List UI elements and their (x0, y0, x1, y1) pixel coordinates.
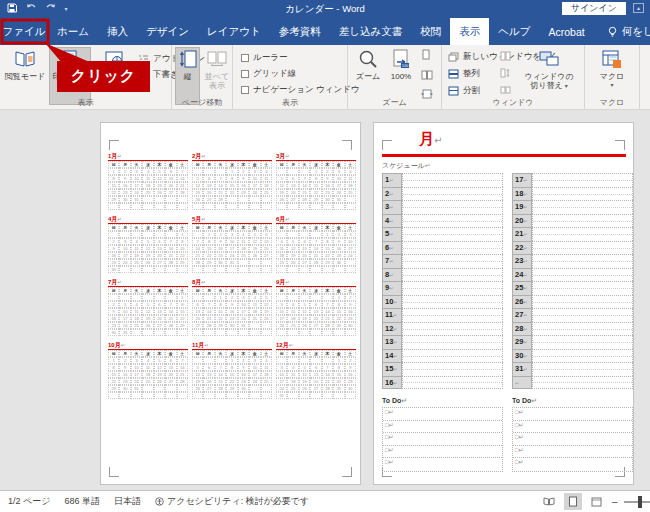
tab-references[interactable]: 参考資料 (270, 18, 330, 45)
multiple-pages-button[interactable] (421, 70, 432, 80)
date-cell: 1 (333, 294, 344, 301)
todo-item-row[interactable]: □↵ (513, 408, 632, 421)
schedule-entry-cell[interactable] (532, 376, 633, 390)
ruler-checkbox[interactable]: ルーラー (241, 52, 287, 64)
document-area[interactable]: 1月↵日月火水木金土123456789101112131415161718192… (0, 110, 650, 490)
schedule-entry-cell[interactable] (532, 254, 633, 268)
reset-window-position-button[interactable] (500, 85, 511, 95)
schedule-entry-cell[interactable] (532, 322, 633, 336)
schedule-entry-cell[interactable] (402, 376, 503, 390)
zoom-out-button[interactable]: − (612, 496, 618, 508)
signin-button[interactable]: サインイン (562, 2, 626, 15)
date-cell: 1 (203, 231, 214, 238)
schedule-entry-cell[interactable] (402, 214, 503, 228)
date-cell: 22 (310, 189, 321, 196)
schedule-entry-cell[interactable] (532, 349, 633, 363)
schedule-entry-cell[interactable] (402, 268, 503, 282)
macros-button[interactable]: マクロ ▾ (593, 48, 631, 90)
tab-insert[interactable]: 挿入 (98, 18, 137, 45)
schedule-entry-cell[interactable] (532, 200, 633, 214)
schedule-entry-cell[interactable] (402, 173, 503, 187)
schedule-entry-cell[interactable] (532, 281, 633, 295)
schedule-entry-cell[interactable] (532, 268, 633, 282)
web-layout-view-button[interactable] (588, 493, 606, 510)
tab-home[interactable]: ホーム (48, 18, 98, 45)
view-side-by-side-button[interactable] (500, 51, 511, 61)
todo-label: To Do↵ (512, 397, 633, 407)
zoom-100-button[interactable]: 100 100% (386, 48, 416, 81)
read-mode-button[interactable]: 閲覧モード (3, 48, 47, 81)
tab-review[interactable]: 校閲 (411, 18, 450, 45)
print-layout-view-button[interactable] (564, 493, 582, 510)
date-cell: 6 (310, 364, 321, 371)
todo-item-row[interactable]: □↵ (383, 458, 502, 471)
word-count[interactable]: 686 単語 (64, 495, 100, 508)
tell-me[interactable]: 何をしますか (608, 18, 650, 45)
tab-help[interactable]: ヘルプ (489, 18, 539, 45)
tab-view[interactable]: 表示 (450, 18, 489, 45)
side-to-side-button[interactable]: 並べて 表示 (203, 48, 231, 90)
read-mode-view-button[interactable] (540, 493, 558, 510)
zoom-button[interactable]: ズーム (353, 48, 383, 81)
schedule-entry-cell[interactable] (532, 227, 633, 241)
date-cell: 13 (165, 175, 176, 182)
tab-design[interactable]: デザイン (137, 18, 198, 45)
schedule-entry-cell[interactable] (532, 173, 633, 187)
date-cell: 8 (177, 238, 188, 245)
schedule-entry-cell[interactable] (402, 187, 503, 201)
todo-item-row[interactable]: □↵ (513, 446, 632, 459)
tab-layout[interactable]: レイアウト (198, 18, 270, 45)
date-cell: 17 (333, 182, 344, 189)
schedule-entry-cell[interactable] (532, 241, 633, 255)
schedule-entry-cell[interactable] (532, 335, 633, 349)
schedule-entry-cell[interactable] (402, 281, 503, 295)
todo-item-row[interactable]: □↵ (383, 433, 502, 446)
schedule-entry-cell[interactable] (532, 295, 633, 309)
split-button[interactable]: 分割 (448, 85, 480, 97)
ribbon-display-options-icon[interactable]: ▴ (633, 3, 644, 13)
zoom-slider-handle[interactable] (638, 496, 642, 508)
todo-item-row[interactable]: □↵ (513, 458, 632, 471)
tab-acrobat[interactable]: Acrobat (539, 18, 593, 45)
schedule-entry-cell[interactable] (532, 187, 633, 201)
ribbon-group-page-movement: 縦 並べて 表示 ページ移動 (172, 45, 233, 109)
todo-item-row[interactable]: □↵ (513, 433, 632, 446)
day-header-cell: 日 (276, 161, 287, 168)
arrange-all-button[interactable]: 整列 (448, 68, 480, 80)
schedule-entry-cell[interactable] (532, 362, 633, 376)
schedule-entry-cell[interactable] (402, 241, 503, 255)
todo-item-row[interactable]: □↵ (383, 421, 502, 434)
switch-windows-button[interactable]: ウィンドウの 切り替え ▾ (520, 48, 578, 91)
day-header-cell: 日 (108, 224, 119, 231)
schedule-entry-cell[interactable] (532, 308, 633, 322)
one-page-button[interactable] (421, 49, 432, 59)
todo-item-row[interactable]: □↵ (383, 446, 502, 459)
schedule-entry-cell[interactable] (402, 254, 503, 268)
todo-item-row[interactable]: □↵ (513, 421, 632, 434)
gridlines-checkbox[interactable]: グリッド線 (241, 68, 296, 80)
schedule-entry-cell[interactable] (402, 308, 503, 322)
accessibility-status[interactable]: アクセシビリティ: 検討が必要です (155, 495, 309, 508)
todo-item-row[interactable]: □↵ (383, 408, 502, 421)
zoom-slider[interactable] (624, 501, 650, 503)
page-indicator[interactable]: 1/2 ページ (8, 495, 50, 508)
month-name: 1月↵ (108, 152, 188, 161)
schedule-entry-cell[interactable] (402, 227, 503, 241)
schedule-entry-cell[interactable] (402, 322, 503, 336)
schedule-entry-cell[interactable] (402, 349, 503, 363)
date-cell: 12 (142, 308, 153, 315)
schedule-entry-cell[interactable] (532, 214, 633, 228)
synchronous-scrolling-button[interactable] (500, 68, 511, 78)
tab-mailings[interactable]: 差し込み文書 (330, 18, 412, 45)
navigation-pane-checkbox[interactable]: ナビゲーション ウィンドウ (241, 84, 360, 96)
schedule-entry-cell[interactable] (402, 295, 503, 309)
date-cell: 18 (131, 252, 142, 259)
schedule-entry-cell[interactable] (402, 335, 503, 349)
read-mode-icon (14, 48, 36, 70)
schedule-entry-cell[interactable] (402, 200, 503, 214)
language-indicator[interactable]: 日本語 (114, 495, 141, 508)
tab-file[interactable]: ファイル (0, 18, 48, 45)
day-header-cell: 火 (299, 224, 310, 231)
schedule-entry-cell[interactable] (402, 362, 503, 376)
date-cell: 28 (322, 385, 333, 392)
